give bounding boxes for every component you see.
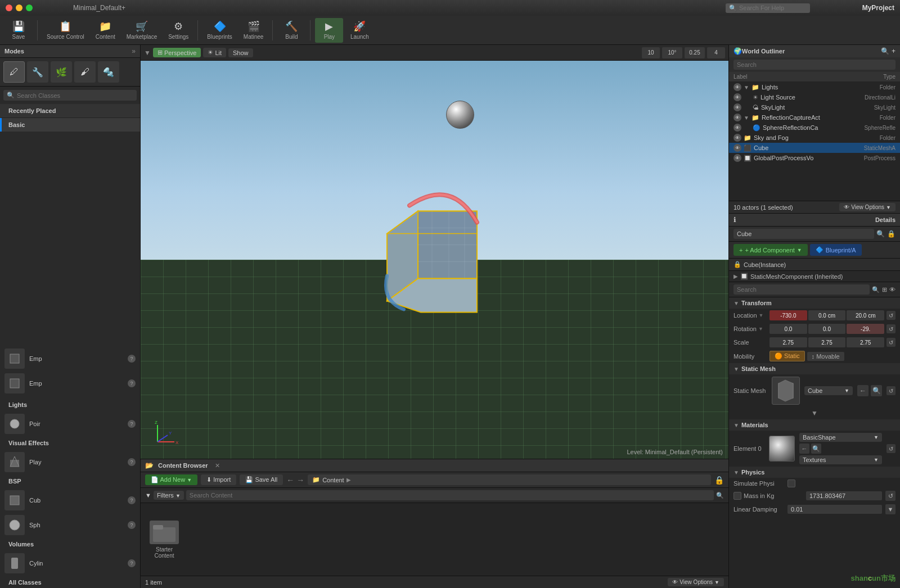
import-button[interactable]: ⬇ Import — [201, 474, 236, 485]
scale-x-field[interactable]: 2.75 — [770, 337, 807, 347]
list-item[interactable]: Poir ? — [0, 411, 140, 436]
cb-search-input[interactable] — [186, 490, 714, 500]
scale-display[interactable]: 0.25 — [685, 47, 705, 58]
rotation-z-field[interactable]: -29. — [847, 324, 884, 334]
blueprints-button[interactable]: 🔷 Blueprints — [202, 18, 236, 43]
wo-item-sky-fog[interactable]: 👁 📁 Sky and Fog Folder — [729, 133, 900, 143]
viewport-3d-content[interactable]: X Z Y Level: Minimal_Default (Persistent… — [141, 61, 728, 459]
location-reset-button[interactable]: ↺ — [886, 311, 896, 320]
content-button[interactable]: 📁 Content — [91, 18, 120, 43]
category-bsp[interactable]: BSP — [0, 474, 140, 488]
visibility-icon[interactable]: 👁 — [734, 83, 741, 91]
visibility-icon[interactable]: 👁 — [734, 93, 741, 101]
visibility-icon[interactable]: 👁 — [734, 154, 741, 162]
list-item[interactable]: Emp ? — [0, 346, 140, 371]
wo-item-light-source[interactable]: 👁 ☀ Light Source DirectionalLi — [729, 92, 900, 102]
cb-path-bar[interactable]: 📁 Content ▶ — [308, 474, 711, 485]
cb-close-icon[interactable]: ✕ — [215, 462, 220, 469]
wo-item-skylight[interactable]: 👁 🌤 SkyLight SkyLight — [729, 102, 900, 112]
modes-expand-icon[interactable]: » — [132, 47, 136, 55]
rotation-y-field[interactable]: 0.0 — [808, 324, 846, 334]
static-mesh-section-header[interactable]: ▼ Static Mesh — [729, 363, 900, 374]
mode-icon-place[interactable]: 🖊 — [3, 61, 25, 83]
save-all-button[interactable]: 💾 Save All — [240, 474, 283, 485]
source-control-button[interactable]: 📋 Source Control — [42, 18, 89, 43]
search-classes-input[interactable] — [17, 92, 133, 99]
num-display[interactable]: 4 — [707, 47, 725, 58]
place-item-info[interactable]: ? — [128, 420, 136, 428]
blueprint-button[interactable]: 🔷 Blueprint/A — [810, 244, 862, 256]
build-button[interactable]: 🔨 Build — [277, 18, 305, 43]
wo-search-input[interactable] — [734, 60, 896, 70]
material-name-dropdown[interactable]: BasicShape ▼ — [799, 433, 882, 442]
category-recently-placed[interactable]: Recently Placed — [0, 104, 140, 118]
category-all-classes[interactable]: All Classes — [0, 576, 140, 589]
cb-forward-icon[interactable]: → — [296, 476, 304, 485]
visibility-icon[interactable]: 👁 — [734, 103, 741, 111]
launch-button[interactable]: 🚀 Launch — [345, 18, 374, 43]
play-button[interactable]: ▶ Play — [315, 18, 343, 43]
material-reset-button[interactable]: ↺ — [886, 444, 896, 453]
add-component-button[interactable]: + + Add Component ▼ — [734, 244, 808, 256]
perspective-button[interactable]: ⊞ Perspective — [153, 48, 201, 57]
mesh-name-dropdown[interactable]: Cube ▼ — [804, 386, 853, 395]
mode-icon-landscape[interactable]: 🌿 — [51, 61, 72, 83]
save-button[interactable]: 💾 Save — [4, 18, 33, 43]
wo-item-sphere-reflection[interactable]: 👁 🔵 SphereReflectionCa SphereRefle — [729, 123, 900, 133]
visibility-icon[interactable]: 👁 — [734, 124, 741, 132]
place-item-info[interactable]: ? — [128, 355, 136, 363]
scale-z-field[interactable]: 2.75 — [847, 337, 884, 347]
material-back-button[interactable]: ← — [799, 444, 809, 454]
wo-search-bar[interactable] — [729, 57, 900, 72]
details-search-icon[interactable]: 🔍 — [876, 230, 885, 238]
visibility-icon[interactable]: 👁 — [734, 144, 741, 152]
help-search-input[interactable] — [739, 4, 807, 11]
location-y-field[interactable]: 0.0 cm — [808, 310, 846, 320]
category-visual-effects[interactable]: Visual Effects — [0, 436, 140, 450]
category-lights[interactable]: Lights — [0, 398, 140, 411]
mesh-search-button[interactable]: 🔍 — [871, 385, 882, 396]
location-x-field[interactable]: -730.0 — [770, 310, 807, 320]
details-search-input[interactable] — [734, 284, 870, 295]
mass-checkbox[interactable] — [734, 492, 741, 500]
marketplace-button[interactable]: 🛒 Marketplace — [122, 18, 161, 43]
cb-back-icon[interactable]: ← — [286, 476, 294, 485]
details-name-input[interactable] — [734, 229, 874, 239]
cube-mesh[interactable] — [364, 189, 505, 318]
materials-section-header[interactable]: ▼ Materials — [729, 419, 900, 431]
visibility-icon[interactable]: 👁 — [734, 134, 741, 142]
location-z-field[interactable]: 20.0 cm — [847, 310, 884, 320]
place-item-info[interactable]: ? — [128, 496, 136, 504]
linear-damping-value[interactable]: 0.01 — [788, 505, 882, 514]
list-item[interactable]: Emp ? — [0, 371, 140, 396]
material-search-button[interactable]: 🔍 — [811, 444, 821, 454]
viewport[interactable]: ▼ ⊞ Perspective ☀ Lit Show 10 10° 0.25 4 — [141, 45, 728, 459]
wo-view-options-button[interactable]: 👁 View Options ▼ — [839, 203, 896, 211]
search-classes-container[interactable]: 🔍 — [3, 90, 137, 101]
wo-item-cube[interactable]: 👁 ⬛ Cube StaticMeshA — [729, 143, 900, 153]
filters-button[interactable]: Filters ▼ — [154, 491, 184, 500]
settings-button[interactable]: ⚙ Settings — [164, 18, 193, 43]
mesh-reset-button[interactable]: ↺ — [886, 386, 896, 395]
static-mobility-button[interactable]: 🟠 Static — [770, 351, 805, 361]
wo-item-reflection[interactable]: 👁 ▼ 📁 ReflectionCaptureAct Folder — [729, 112, 900, 123]
mesh-back-button[interactable]: ← — [857, 385, 868, 396]
transform-section-header[interactable]: ▼ Transform — [729, 297, 900, 309]
matinee-button[interactable]: 🎬 Matinee — [239, 18, 268, 43]
show-button[interactable]: Show — [228, 48, 253, 57]
details-eye-icon[interactable]: 👁 — [889, 286, 896, 293]
scale-y-field[interactable]: 2.75 — [808, 337, 846, 347]
lit-button[interactable]: ☀ Lit — [203, 48, 226, 57]
mass-value[interactable]: 1731.803467 — [806, 491, 882, 500]
visibility-icon[interactable]: 👁 — [734, 114, 741, 121]
category-volumes[interactable]: Volumes — [0, 537, 140, 551]
wo-search-icon[interactable]: 🔍 — [881, 47, 889, 55]
place-item-info[interactable]: ? — [128, 379, 136, 387]
angle-display[interactable]: 10° — [662, 47, 682, 58]
list-item[interactable]: Play ? — [0, 450, 140, 474]
rotation-reset-button[interactable]: ↺ — [886, 324, 896, 333]
mode-icon-geometry[interactable]: 🔩 — [98, 61, 119, 83]
wo-item-post-process[interactable]: 👁 🔲 GlobalPostProcessVo PostProcess — [729, 153, 900, 163]
movable-mobility-button[interactable]: ↕ Movable — [807, 352, 844, 361]
wo-add-icon[interactable]: + — [892, 47, 896, 55]
